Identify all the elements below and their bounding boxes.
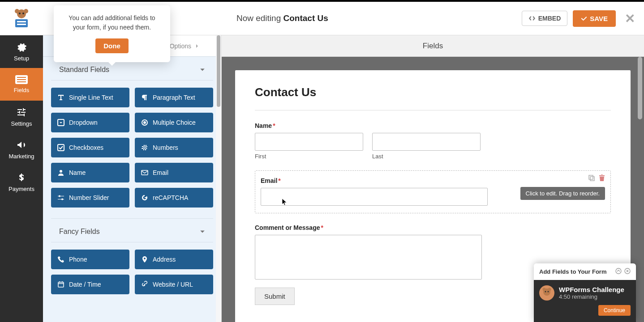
field-paragraph-text[interactable]: Paragraph Text bbox=[135, 88, 213, 107]
save-button[interactable]: SAVE bbox=[573, 10, 616, 27]
svg-point-2 bbox=[24, 9, 28, 13]
svg-point-19 bbox=[61, 199, 63, 200]
sliders-h-icon bbox=[57, 194, 64, 201]
avatar bbox=[539, 285, 554, 301]
form-title[interactable]: Contact Us bbox=[255, 85, 611, 110]
svg-point-16 bbox=[60, 170, 62, 173]
svg-rect-17 bbox=[142, 170, 148, 175]
google-icon bbox=[141, 194, 148, 201]
collapse-icon[interactable] bbox=[615, 268, 622, 275]
email-input[interactable] bbox=[261, 188, 488, 206]
svg-rect-21 bbox=[58, 282, 64, 287]
svg-rect-23 bbox=[590, 177, 594, 181]
fields-panel: Add Fields Field Options Standard Fields… bbox=[43, 35, 222, 322]
nav-payments[interactable]: Payments bbox=[0, 166, 43, 199]
field-single-line-text[interactable]: Single Line Text bbox=[51, 88, 129, 107]
svg-point-18 bbox=[59, 195, 60, 197]
envelope-icon bbox=[141, 169, 148, 176]
nav-settings[interactable]: Settings bbox=[0, 101, 43, 133]
first-name-input[interactable] bbox=[255, 133, 363, 151]
link-icon bbox=[141, 281, 148, 288]
close-icon[interactable] bbox=[624, 268, 631, 275]
challenge-head-title: Add Fields to Your Form bbox=[539, 268, 606, 275]
canvas-scrollbar[interactable] bbox=[637, 57, 643, 322]
map-pin-icon bbox=[141, 256, 148, 263]
nav-marketing[interactable]: Marketing bbox=[0, 133, 43, 166]
panel-scrollbar[interactable] bbox=[216, 35, 221, 322]
chevron-down-icon bbox=[200, 229, 205, 234]
field-numbers[interactable]: Numbers bbox=[135, 138, 213, 157]
field-email[interactable]: Email bbox=[135, 163, 213, 182]
field-block-email[interactable]: Email* Click to edit. Drag to reorder. bbox=[255, 170, 611, 213]
caret-square-icon bbox=[57, 119, 64, 126]
sliders-icon bbox=[16, 107, 27, 118]
svg-rect-9 bbox=[17, 77, 26, 78]
svg-point-3 bbox=[19, 13, 21, 14]
svg-point-29 bbox=[545, 291, 546, 292]
svg-rect-20 bbox=[145, 197, 147, 198]
check-icon bbox=[581, 15, 587, 21]
field-phone[interactable]: Phone bbox=[51, 250, 129, 269]
field-recaptcha[interactable]: reCAPTCHA bbox=[135, 188, 213, 208]
svg-point-27 bbox=[543, 288, 546, 291]
nav-setup[interactable]: Setup bbox=[0, 35, 43, 68]
challenge-continue-button[interactable]: Continue bbox=[598, 305, 631, 316]
logo bbox=[0, 2, 43, 35]
first-sublabel: First bbox=[255, 153, 363, 160]
paragraph-icon bbox=[141, 94, 148, 101]
comment-textarea[interactable] bbox=[255, 235, 482, 280]
last-sublabel: Last bbox=[372, 153, 481, 160]
canvas-header: Fields bbox=[222, 35, 644, 57]
submit-button[interactable]: Submit bbox=[255, 288, 295, 305]
field-multiple-choice[interactable]: Multiple Choice bbox=[135, 113, 213, 132]
svg-point-4 bbox=[22, 13, 24, 14]
onboarding-done-button[interactable]: Done bbox=[95, 38, 129, 53]
svg-rect-6 bbox=[17, 21, 26, 22]
challenge-remaining: 4:50 remaining bbox=[559, 293, 624, 300]
chevron-right-icon bbox=[195, 44, 199, 48]
close-button[interactable]: ✕ bbox=[625, 11, 635, 26]
field-checkboxes[interactable]: Checkboxes bbox=[51, 138, 129, 157]
field-website-url[interactable]: Website / URL bbox=[135, 275, 213, 294]
last-name-input[interactable] bbox=[372, 133, 481, 151]
svg-point-1 bbox=[15, 9, 19, 13]
gear-icon bbox=[16, 42, 27, 52]
user-icon bbox=[57, 169, 64, 176]
svg-point-30 bbox=[548, 291, 549, 292]
drag-hint-tooltip: Click to edit. Drag to reorder. bbox=[520, 187, 605, 200]
bullhorn-icon bbox=[16, 140, 27, 150]
field-name[interactable]: Name bbox=[51, 163, 129, 182]
field-address[interactable]: Address bbox=[135, 250, 213, 269]
phone-icon bbox=[57, 256, 64, 263]
check-square-icon bbox=[57, 144, 64, 151]
text-icon bbox=[57, 94, 64, 101]
code-icon bbox=[528, 15, 536, 21]
svg-point-14 bbox=[143, 121, 146, 124]
svg-point-28 bbox=[548, 288, 551, 291]
challenge-title: WPForms Challenge bbox=[559, 286, 624, 293]
nav-fields[interactable]: Fields bbox=[0, 68, 43, 101]
challenge-widget: Add Fields to Your Form WPForms Challeng… bbox=[534, 263, 636, 322]
svg-rect-7 bbox=[17, 24, 26, 25]
duplicate-icon[interactable] bbox=[588, 174, 595, 183]
svg-rect-11 bbox=[17, 81, 26, 82]
calendar-icon bbox=[57, 281, 64, 288]
embed-button[interactable]: EMBED bbox=[522, 11, 568, 26]
field-block-name[interactable]: Name* First Last bbox=[255, 122, 611, 160]
svg-rect-10 bbox=[17, 79, 26, 80]
onboarding-popover: You can add additional fields to your fo… bbox=[54, 5, 170, 62]
hash-icon bbox=[141, 144, 148, 151]
delete-icon[interactable] bbox=[599, 174, 605, 183]
list-icon bbox=[15, 75, 28, 84]
main-sidebar: Setup Fields Settings Marketing Payments bbox=[0, 35, 43, 322]
svg-rect-15 bbox=[58, 144, 64, 151]
dot-circle-icon bbox=[141, 119, 148, 126]
svg-rect-22 bbox=[589, 175, 593, 179]
field-dropdown[interactable]: Dropdown bbox=[51, 113, 129, 132]
dollar-icon bbox=[16, 172, 27, 183]
svg-rect-5 bbox=[15, 19, 28, 27]
field-number-slider[interactable]: Number Slider bbox=[51, 188, 129, 208]
field-date-time[interactable]: Date / Time bbox=[51, 275, 129, 294]
chevron-down-icon bbox=[200, 67, 205, 72]
section-fancy-fields[interactable]: Fancy Fields bbox=[51, 219, 213, 242]
